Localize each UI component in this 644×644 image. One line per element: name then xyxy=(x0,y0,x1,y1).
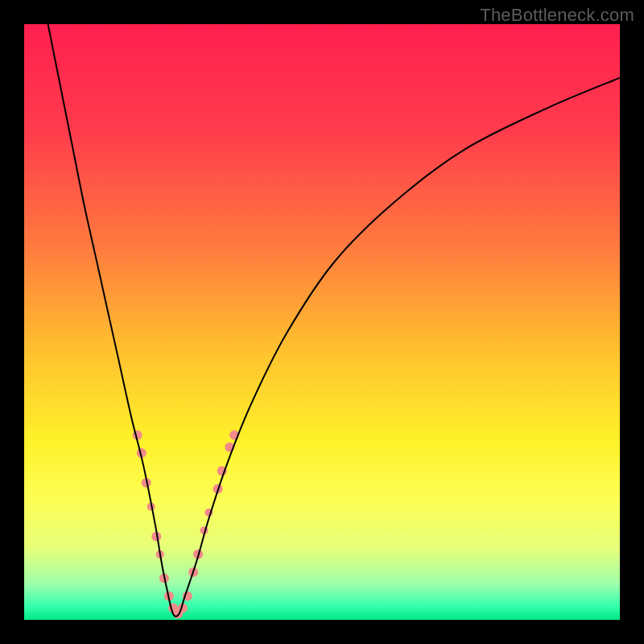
plot-area xyxy=(24,24,620,620)
markers-group xyxy=(133,431,240,619)
watermark-text: TheBottleneck.com xyxy=(480,5,634,26)
chart-svg xyxy=(24,24,620,620)
bottleneck-curve xyxy=(48,24,620,617)
chart-frame: TheBottleneck.com xyxy=(0,0,644,644)
